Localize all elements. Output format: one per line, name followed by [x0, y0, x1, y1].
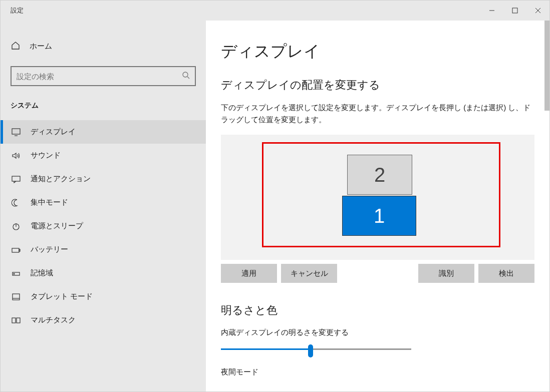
nav-label: 記憶域: [31, 268, 53, 278]
monitor-2[interactable]: 2: [347, 155, 412, 195]
svg-rect-12: [19, 249, 20, 251]
brightness-slider[interactable]: [221, 342, 411, 357]
nav-label: ディスプレイ: [31, 127, 76, 137]
svg-point-14: [14, 273, 15, 274]
nav-item-multitask[interactable]: マルチタスク: [1, 308, 206, 332]
monitor-icon: [11, 128, 22, 137]
arrange-heading: ディスプレイの配置を変更する: [221, 78, 534, 93]
svg-rect-1: [512, 8, 517, 13]
nav-label: タブレット モード: [31, 292, 93, 301]
nav-label: 通知とアクション: [31, 174, 91, 184]
home-link[interactable]: ホーム: [1, 36, 206, 57]
svg-line-5: [187, 77, 189, 79]
scrollbar[interactable]: [544, 21, 549, 111]
nav-item-sound[interactable]: サウンド: [1, 144, 206, 167]
nav-label: マルチタスク: [31, 315, 76, 325]
close-button[interactable]: [526, 1, 549, 21]
nav-item-display[interactable]: ディスプレイ: [1, 120, 206, 144]
home-label: ホーム: [30, 42, 52, 51]
multitask-icon: [11, 316, 22, 325]
svg-point-4: [183, 72, 188, 77]
svg-rect-11: [12, 248, 19, 252]
svg-rect-8: [12, 176, 20, 181]
nav-item-storage[interactable]: 記憶域: [1, 261, 206, 285]
display-arrangement-area[interactable]: 2 1: [221, 135, 534, 260]
arrange-button-row: 適用 キャンセル 識別 検出: [221, 264, 534, 283]
message-icon: [11, 175, 22, 184]
nav-label: 集中モード: [31, 198, 68, 207]
cancel-button[interactable]: キャンセル: [281, 264, 337, 283]
search-input[interactable]: [17, 72, 182, 81]
titlebar: 設定: [1, 1, 549, 21]
brightness-slider-label: 内蔵ディスプレイの明るさを変更する: [221, 328, 534, 337]
category-label: システム: [1, 96, 206, 120]
search-icon: [182, 71, 190, 81]
nav-item-focus[interactable]: 集中モード: [1, 191, 206, 214]
page-title: ディスプレイ: [221, 41, 534, 63]
brightness-heading: 明るさと色: [221, 303, 534, 318]
tablet-icon: [11, 292, 22, 301]
minimize-button[interactable]: [480, 1, 503, 21]
svg-rect-17: [12, 318, 16, 323]
detect-button[interactable]: 検出: [478, 264, 534, 283]
nav-item-power[interactable]: 電源とスリープ: [1, 214, 206, 238]
identify-button[interactable]: 識別: [418, 264, 474, 283]
slider-thumb[interactable]: [308, 344, 313, 357]
monitor-1[interactable]: 1: [342, 196, 416, 236]
nav-label: バッテリー: [31, 245, 68, 254]
svg-rect-6: [12, 129, 20, 134]
storage-icon: [11, 269, 22, 278]
nav-label: 電源とスリープ: [31, 221, 83, 231]
home-icon: [11, 41, 21, 52]
slider-fill: [221, 348, 311, 350]
svg-rect-15: [13, 294, 20, 300]
maximize-button[interactable]: [503, 1, 526, 21]
svg-rect-18: [17, 318, 20, 323]
arrange-description: 下のディスプレイを選択して設定を変更します。ディスプレイを長押し (または選択)…: [221, 102, 534, 126]
window-controls: [480, 1, 549, 21]
nav-item-tablet[interactable]: タブレット モード: [1, 285, 206, 308]
sound-icon: [11, 151, 22, 160]
nav-item-battery[interactable]: バッテリー: [1, 238, 206, 261]
moon-icon: [11, 198, 22, 207]
sidebar: ホーム システム ディスプレイ サウンド 通知とアクション: [1, 21, 206, 391]
nav-label: サウンド: [31, 151, 61, 160]
battery-icon: [11, 245, 22, 254]
nav-item-notifications[interactable]: 通知とアクション: [1, 167, 206, 191]
apply-button[interactable]: 適用: [221, 264, 277, 283]
main-content: ディスプレイ ディスプレイの配置を変更する 下のディスプレイを選択して設定を変更…: [206, 21, 549, 391]
search-box[interactable]: [11, 66, 196, 86]
power-icon: [11, 222, 22, 231]
night-mode-label: 夜間モード: [221, 367, 534, 377]
window-title: 設定: [1, 6, 480, 15]
